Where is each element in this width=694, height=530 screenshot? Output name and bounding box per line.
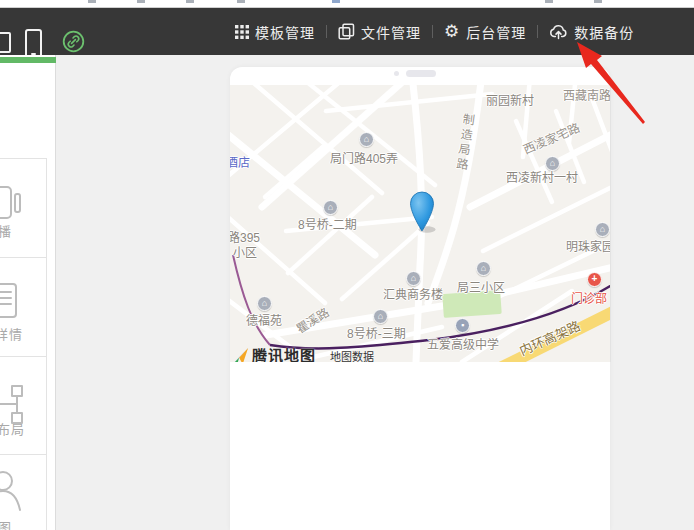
map-vendor-logo: 腾讯地图 <box>231 344 316 362</box>
strip-mark <box>545 0 553 3</box>
mobile-preview-frame: ⌂ ⌂ ⌂ ⌂ ⌂ ⌂ ⌂ ⌂ + ▪ 丽园新村 西藏南路 局门路405弄 酒店… <box>230 67 610 530</box>
menu-item-template-manage[interactable]: 模板管理 <box>224 22 326 42</box>
link-icon[interactable] <box>62 30 85 53</box>
sidebar-item-map[interactable]: 地图 <box>0 454 47 530</box>
carousel-icon <box>0 185 22 221</box>
map-label: 明珠家园 <box>566 237 611 254</box>
map-label: 汇典商务楼 <box>383 285 443 302</box>
menu-label: 模板管理 <box>255 22 315 42</box>
map-label: 局门路405弄 <box>330 149 398 166</box>
map-label: 酒店 <box>230 153 250 170</box>
app-window: 模板管理 文件管理 ⚙ 后台管理 <box>0 0 694 530</box>
desktop-preview-icon[interactable] <box>0 32 11 53</box>
school-icon: ▪ <box>455 318 470 333</box>
component-sidebar: 轮播 详情 布局 地图 <box>0 55 56 530</box>
grid-icon <box>235 25 249 39</box>
strip-mark <box>332 0 340 3</box>
map-label: 小区 <box>233 243 257 260</box>
building-icon: ⌂ <box>595 222 610 237</box>
map-canvas[interactable]: ⌂ ⌂ ⌂ ⌂ ⌂ ⌂ ⌂ ⌂ + ▪ 丽园新村 西藏南路 局门路405弄 酒店… <box>230 85 611 362</box>
map-label: 丽园新村 <box>486 91 534 108</box>
phone-camera-dot <box>394 71 399 76</box>
map-label: 局三小区 <box>457 278 505 295</box>
strip-mark <box>594 0 602 3</box>
building-icon: ⌂ <box>257 296 272 311</box>
map-label: 五爱高级中学 <box>427 335 499 352</box>
sidebar-item-label: 轮播 <box>0 221 12 240</box>
tencent-map-icon <box>231 347 249 362</box>
menu-label: 后台管理 <box>466 22 526 42</box>
map-vendor-name: 腾讯地图 <box>252 344 316 362</box>
phone-speaker <box>406 70 436 77</box>
gear-icon: ⚙ <box>444 23 460 40</box>
map-label: 8号桥-三期 <box>347 324 406 341</box>
menu-label: 文件管理 <box>361 22 421 42</box>
annotation-arrow <box>560 35 660 130</box>
building-icon: ⌂ <box>323 200 338 215</box>
sidebar-item-label: 地图 <box>0 517 12 530</box>
strip-mark <box>137 0 145 3</box>
menu-item-backend-manage[interactable]: ⚙ 后台管理 <box>433 22 537 42</box>
building-icon: ⌂ <box>373 309 388 324</box>
sidebar-active-indicator <box>0 57 56 63</box>
map-person-icon <box>0 469 26 513</box>
building-icon: ⌂ <box>406 271 421 286</box>
map-label: 门诊部 <box>571 289 607 306</box>
map-marker-pin <box>408 189 436 233</box>
clinic-icon: + <box>587 272 602 287</box>
mobile-preview-icon[interactable] <box>25 29 42 58</box>
map-data-link[interactable]: 地图数据 <box>330 348 374 362</box>
strip-mark <box>88 0 96 3</box>
sidebar-item-label: 布局 <box>0 419 25 438</box>
map-label: 西凌新村一村 <box>506 168 578 185</box>
map-label: 德福苑 <box>246 311 282 328</box>
file-icon <box>338 23 355 40</box>
browser-edge-strip <box>0 0 694 8</box>
map-label: 8号桥-二期 <box>298 215 357 232</box>
strip-mark <box>237 0 245 3</box>
detail-page-icon <box>0 282 22 319</box>
strip-mark <box>186 0 194 3</box>
building-icon: ⌂ <box>359 132 374 147</box>
sidebar-item-carousel[interactable]: 轮播 <box>0 158 47 257</box>
sidebar-item-label: 详情 <box>0 324 23 343</box>
menu-item-file-manage[interactable]: 文件管理 <box>327 22 432 42</box>
sidebar-item-detail[interactable]: 详情 <box>0 257 47 356</box>
building-icon: ⌂ <box>476 261 491 276</box>
sidebar-item-layout[interactable]: 布局 <box>0 356 47 454</box>
